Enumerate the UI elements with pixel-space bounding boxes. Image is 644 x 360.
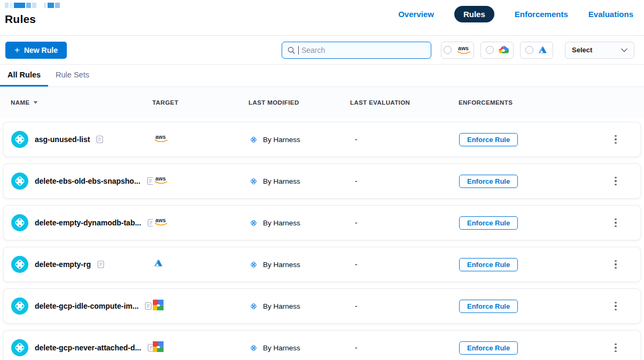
copy-icon[interactable]: [97, 260, 104, 269]
table-row[interactable]: delete-empty-dynamodb-tab... aws: [3, 205, 641, 240]
gcp-radio[interactable]: [486, 46, 494, 54]
nav-enforcements[interactable]: Enforcements: [515, 10, 568, 19]
new-rule-label: New Rule: [24, 46, 58, 54]
target-cell: aws: [153, 217, 249, 229]
gcp-logo-icon: [153, 341, 164, 354]
enforcements-cell: Enforce Rule: [459, 341, 611, 355]
rule-name-cell: delete-ebs-old-ebs-snapsho...: [11, 173, 153, 190]
copy-icon[interactable]: [145, 302, 152, 310]
tab-all-rules[interactable]: All Rules: [0, 65, 48, 87]
sort-caret-icon[interactable]: [33, 101, 38, 104]
enforce-rule-button[interactable]: Enforce Rule: [459, 341, 518, 355]
chevron-down-icon: [621, 48, 627, 52]
target-cell: aws: [153, 258, 249, 271]
rule-name[interactable]: delete-ebs-old-ebs-snapsho...: [35, 177, 141, 185]
enforce-rule-button[interactable]: Enforce Rule: [459, 258, 518, 271]
table-header: NAME TARGET LAST MODIFIED LAST EVALUATIO…: [0, 87, 644, 118]
nav-overview[interactable]: Overview: [398, 10, 434, 19]
nav-evaluations[interactable]: Evaluations: [588, 10, 633, 19]
rule-name-cell: delete-empty-dynamodb-tab...: [11, 214, 153, 231]
last-evaluation-cell: -: [351, 177, 459, 185]
tab-bar: All Rules Rule Sets: [0, 65, 644, 87]
enforcements-cell: Enforce Rule: [459, 175, 611, 188]
harness-logo-icon: [249, 302, 258, 311]
rule-name-cell: delete-gcp-idle-compute-im...: [11, 298, 153, 315]
filter-aws[interactable]: aws: [441, 42, 474, 59]
gcp-logo-icon: [498, 44, 509, 56]
rule-name[interactable]: asg-unused-list: [35, 135, 90, 144]
rule-name[interactable]: delete-empty-rg: [35, 260, 91, 269]
copy-icon[interactable]: [148, 343, 153, 352]
enforce-rule-button[interactable]: Enforce Rule: [459, 175, 518, 188]
enforcements-cell: Enforce Rule: [459, 133, 611, 146]
rules-list: asg-unused-list aws: [0, 118, 644, 360]
aws-logo-icon: aws: [455, 45, 471, 55]
rule-name-cell: delete-gcp-never-attached-d...: [11, 339, 153, 356]
last-evaluation-cell: -: [351, 260, 459, 269]
rule-name[interactable]: delete-gcp-never-attached-d...: [35, 343, 141, 352]
rule-avatar-icon: [11, 298, 28, 315]
last-evaluation-cell: -: [351, 135, 459, 144]
copy-icon[interactable]: [96, 135, 103, 144]
svg-text:aws: aws: [156, 217, 166, 223]
row-menu-icon[interactable]: [611, 341, 620, 354]
harness-logo-icon: [249, 343, 258, 353]
copy-icon[interactable]: [147, 177, 153, 185]
target-cell: aws: [153, 134, 249, 145]
last-modified-cell: By Harness: [249, 135, 351, 144]
enforce-rule-button[interactable]: Enforce Rule: [459, 133, 518, 146]
rule-avatar-icon: [11, 131, 28, 148]
nav-rules[interactable]: Rules: [454, 6, 494, 22]
enforcements-cell: Enforce Rule: [459, 258, 611, 271]
search-box[interactable]: [282, 42, 431, 59]
target-cell: aws: [153, 300, 249, 312]
table-row[interactable]: delete-empty-rg aws: [3, 247, 641, 282]
svg-text:aws: aws: [156, 176, 166, 182]
aws-logo-icon: aws: [153, 217, 168, 229]
page-title: Rules: [5, 13, 36, 26]
last-modified-text: By Harness: [263, 344, 300, 352]
filter-azure[interactable]: [520, 42, 553, 59]
svg-text:aws: aws: [156, 134, 166, 140]
last-modified-text: By Harness: [263, 136, 300, 144]
rule-name-cell: asg-unused-list: [11, 131, 153, 148]
column-name[interactable]: NAME: [11, 99, 152, 106]
enforce-rule-button[interactable]: Enforce Rule: [459, 300, 518, 313]
table-row[interactable]: asg-unused-list aws: [3, 122, 641, 157]
enforce-rule-button[interactable]: Enforce Rule: [459, 216, 518, 230]
enforcements-cell: Enforce Rule: [459, 216, 611, 230]
harness-logo-icon: [249, 218, 258, 228]
last-evaluation-cell: -: [351, 302, 459, 310]
target-cell: aws: [153, 341, 249, 354]
table-row[interactable]: delete-ebs-old-ebs-snapsho... aws: [3, 163, 641, 199]
row-menu-icon[interactable]: [611, 258, 620, 271]
rule-name[interactable]: delete-gcp-idle-compute-im...: [35, 302, 138, 310]
search-input[interactable]: [301, 46, 426, 54]
aws-radio[interactable]: [444, 46, 452, 54]
aws-logo-icon: aws: [153, 175, 168, 187]
last-modified-cell: By Harness: [249, 218, 351, 228]
new-rule-button[interactable]: + New Rule: [5, 42, 67, 59]
azure-radio[interactable]: [525, 46, 533, 54]
toolbar: + New Rule aws: [0, 35, 644, 65]
select-dropdown[interactable]: Select: [565, 42, 634, 59]
tab-rule-sets[interactable]: Rule Sets: [48, 65, 97, 87]
row-menu-icon[interactable]: [611, 133, 620, 146]
top-navigation: Overview Rules Enforcements Evaluations: [398, 6, 633, 22]
last-evaluation-cell: -: [351, 218, 459, 227]
table-row[interactable]: delete-gcp-idle-compute-im... aws: [3, 288, 641, 324]
row-menu-icon[interactable]: [611, 300, 620, 312]
harness-logo-icon: [249, 135, 258, 144]
row-menu-icon[interactable]: [611, 175, 620, 187]
last-modified-cell: By Harness: [249, 343, 351, 353]
rule-name-cell: delete-empty-rg: [11, 256, 153, 273]
last-modified-text: By Harness: [263, 177, 300, 185]
harness-logo-icon: [249, 260, 258, 269]
rule-name[interactable]: delete-empty-dynamodb-tab...: [35, 218, 141, 227]
table-row[interactable]: delete-gcp-never-attached-d... aws: [3, 330, 641, 360]
row-menu-icon[interactable]: [611, 216, 620, 229]
filter-gcp[interactable]: [480, 42, 514, 59]
copy-icon[interactable]: [148, 218, 153, 227]
svg-text:aws: aws: [458, 45, 469, 51]
column-target: TARGET: [152, 99, 249, 106]
